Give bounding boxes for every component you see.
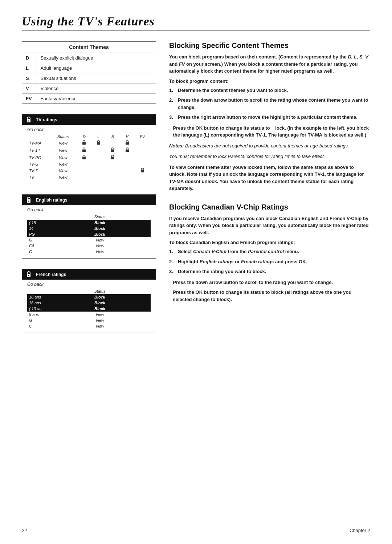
icon-cell <box>120 167 134 174</box>
english-rating-row: PGBlock <box>27 231 151 237</box>
english-ratings-label: English ratings <box>36 198 68 203</box>
icon-cell <box>106 174 120 180</box>
icon-cell <box>120 147 134 154</box>
french-ratings-table: Status 18 ansBlock 16 ansBlock( 13 ansBl… <box>27 288 151 329</box>
icon-cell <box>91 167 106 174</box>
blocking-steps: 1. Determine the content themes you want… <box>169 87 370 121</box>
french-rating-row: ( 13 ansBlock <box>27 306 151 312</box>
status-label: View <box>49 174 77 180</box>
page-number: 22 <box>22 528 27 533</box>
english-ratings-content: Go back Status ( 18Block 14Block PGBlock… <box>22 205 156 258</box>
blocking-content-title: Blocking Specific Content Themes <box>169 41 370 50</box>
english-ratings-goback: Go back <box>27 207 151 212</box>
tv-rating-row: TV-View <box>27 174 151 180</box>
er-rating: C8 <box>27 243 49 249</box>
rating-label: TV-14 <box>27 147 49 154</box>
french-ratings-box: French ratings Go back Status 18 ansBloc… <box>22 269 156 333</box>
theme-desc: Sexually explicit dialogue <box>37 53 156 63</box>
er-status: View <box>49 237 151 243</box>
rating-label: TV-PG <box>27 154 49 161</box>
icon-cell <box>134 139 151 147</box>
rating-label: TV- <box>27 174 49 180</box>
fcol-status: Status <box>49 288 151 294</box>
english-ratings-header: English ratings <box>22 195 156 205</box>
fr-status: Block <box>49 306 151 312</box>
content-themes-box: Content Themes DSexually explicit dialog… <box>22 41 156 104</box>
page-title: Using the TV's Features <box>22 15 370 28</box>
er-status: View <box>49 249 151 255</box>
svg-rect-3 <box>97 142 100 145</box>
step-2: 2. Press the down arrow button to scroll… <box>169 97 370 111</box>
fr-status: View <box>49 312 151 317</box>
theme-desc: Fantasy Violence <box>37 94 156 104</box>
blocking-content-section: Blocking Specific Content Themes You can… <box>169 41 370 192</box>
icon-cell <box>77 139 91 147</box>
svg-rect-2 <box>82 142 86 145</box>
tv-rating-row: TV-14View <box>27 147 151 154</box>
fcol-rating <box>27 288 49 294</box>
blocking-canadian-section: Blocking Canadian V-Chip Ratings If you … <box>169 203 370 303</box>
french-ratings-goback: Go back <box>27 282 151 287</box>
icon-cell <box>134 161 151 167</box>
tv-ratings-content: Go back Status D L S V FV <box>22 125 156 184</box>
english-rating-row: 14Block <box>27 226 151 231</box>
content-theme-row: SSexual situations <box>22 73 156 84</box>
notes-block-2: You must remember to lock Parental contr… <box>169 153 370 160</box>
icon-cell <box>106 154 120 161</box>
rating-label: TV-MA <box>27 139 49 147</box>
ecol-status: Status <box>49 214 151 220</box>
fr-rating: 18 ans <box>27 294 49 300</box>
er-status: Block <box>49 226 151 231</box>
theme-desc: Adult language <box>37 63 156 73</box>
lock-icon <box>26 116 32 123</box>
er-status: Block <box>49 231 151 237</box>
french-rating-row: 16 ansBlock <box>27 300 151 306</box>
icon-cell <box>91 161 106 167</box>
content-theme-row: VViolence <box>22 84 156 94</box>
svg-point-1 <box>28 121 29 122</box>
step-3: 3. Press the right arrow button to move … <box>169 114 370 121</box>
fr-rating: G <box>27 317 49 323</box>
col-l: L <box>91 134 106 139</box>
right-column: Blocking Specific Content Themes You can… <box>169 41 370 343</box>
canadian-to-block-label: To block Canadian English and French pro… <box>169 240 370 245</box>
french-rating-row: 8 ansView <box>27 312 151 317</box>
ecol-rating <box>27 214 49 220</box>
er-rating: C <box>27 249 49 255</box>
canadian-steps: 1. Select Canada V-Chip from the Parenta… <box>169 248 370 275</box>
english-ratings-box: English ratings Go back Status ( 18Block… <box>22 194 156 259</box>
icon-cell <box>120 139 134 147</box>
french-rating-row: GView <box>27 317 151 323</box>
svg-rect-10 <box>141 170 144 172</box>
fr-status: View <box>49 323 151 329</box>
english-rating-row: CView <box>27 249 151 255</box>
tv-ratings-label: TV ratings <box>36 117 57 122</box>
icon-cell <box>77 154 91 161</box>
blocking-content-intro: You can block programs based on their co… <box>169 53 370 75</box>
english-rating-row: ( 18Block <box>27 220 151 226</box>
main-content: Content Themes DSexually explicit dialog… <box>22 41 370 343</box>
content-themes-title: Content Themes <box>22 42 156 53</box>
icon-cell <box>91 174 106 180</box>
french-ratings-header: French ratings <box>22 269 156 280</box>
step-1: 1. Determine the content themes you want… <box>169 87 370 94</box>
page-footer: 22 Chapter 2 <box>22 528 370 533</box>
svg-rect-9 <box>111 157 114 159</box>
canadian-bullet-2: . Press the OK button to change its stat… <box>169 289 370 303</box>
theme-code: D <box>22 53 37 63</box>
tv-rating-row: TV-PGView <box>27 154 151 161</box>
icon-cell <box>120 174 134 180</box>
svg-point-14 <box>28 275 29 276</box>
icon-cell <box>91 154 106 161</box>
content-theme-row: FVFantasy Violence <box>22 94 156 104</box>
icon-cell <box>106 167 120 174</box>
col-d: D <box>77 134 91 139</box>
english-ratings-table: Status ( 18Block 14Block PGBlockGViewC8V… <box>27 214 151 255</box>
page-container: Using the TV's Features Content Themes D… <box>0 0 392 365</box>
theme-code: FV <box>22 94 37 104</box>
icon-cell <box>91 147 106 154</box>
lock-icon-english <box>26 196 32 203</box>
canadian-step-3: 3. Determine the rating you want to bloc… <box>169 268 370 275</box>
blocking-bullet: . Press the OK button to change its stat… <box>169 125 370 139</box>
status-label: View <box>49 154 77 161</box>
